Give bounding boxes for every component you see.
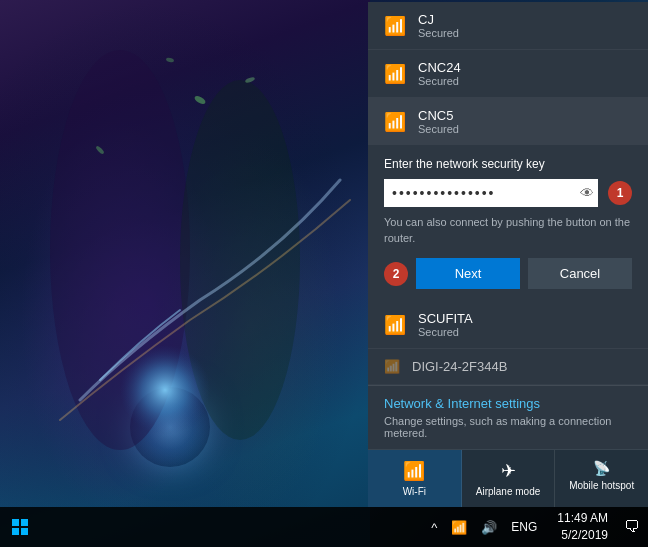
network-status-scufita: Secured <box>418 326 632 338</box>
svg-rect-9 <box>21 519 28 526</box>
wifi-icon-scufita: 📶 <box>384 314 406 336</box>
system-tray: ^ 📶 🔊 ENG <box>419 518 549 537</box>
tray-chevron[interactable]: ^ <box>427 518 441 537</box>
wifi-quick-icon: 📶 <box>403 460 425 482</box>
network-name-cnc5: CNC5 <box>418 108 632 123</box>
net-settings-desc: Change settings, such as making a connec… <box>384 415 632 439</box>
network-info-cnc24: CNC24 Secured <box>418 60 632 87</box>
time-display[interactable]: 11:49 AM 5/2/2019 <box>549 510 616 544</box>
wifi-icon-cj: 📶 <box>384 15 406 37</box>
notification-icon: 🗨 <box>624 518 640 536</box>
badge-1: 1 <box>608 181 632 205</box>
date-value: 5/2/2019 <box>557 527 608 544</box>
network-info-cnc5: CNC5 Secured <box>418 108 632 135</box>
network-name-digi: DIGI-24-2F344B <box>412 359 632 374</box>
svg-rect-8 <box>12 519 19 526</box>
network-name-cj: CJ <box>418 12 632 27</box>
push-button-text: You can also connect by pushing the butt… <box>384 215 632 246</box>
svg-rect-11 <box>21 528 28 535</box>
quick-action-airplane[interactable]: ✈ Airplane mode <box>462 450 556 507</box>
tray-lang[interactable]: ENG <box>507 520 541 534</box>
tray-network[interactable]: 📶 <box>447 518 471 537</box>
character-right <box>160 137 340 517</box>
badge-2: 2 <box>384 262 408 286</box>
network-status-cj: Secured <box>418 27 632 39</box>
network-item-cj[interactable]: 📶 CJ Secured <box>368 2 648 50</box>
network-item-scufita[interactable]: 📶 SCUFITA Secured <box>368 301 648 349</box>
network-name-scufita: SCUFITA <box>418 311 632 326</box>
network-item-cnc5: 📶 CNC5 Secured Enter the network securit… <box>368 98 648 301</box>
cnc5-header[interactable]: 📶 CNC5 Secured <box>368 98 648 145</box>
network-status-cnc5: Secured <box>418 123 632 135</box>
network-item-digi[interactable]: 📶 DIGI-24-2F344B <box>368 349 648 385</box>
eye-icon[interactable]: 👁 <box>580 185 594 201</box>
quick-action-mobile[interactable]: 📡 Mobile hotspot <box>555 450 648 507</box>
password-row: 👁 1 <box>384 179 632 207</box>
password-input[interactable] <box>384 179 598 207</box>
password-section: Enter the network security key 👁 1 You c… <box>368 145 648 301</box>
password-label: Enter the network security key <box>384 157 632 171</box>
network-info-scufita: SCUFITA Secured <box>418 311 632 338</box>
wifi-icon-digi: 📶 <box>384 359 400 374</box>
mobile-quick-icon: 📡 <box>593 460 610 476</box>
wifi-panel: 📶 CJ Secured 📶 CNC24 Secured 📶 CNC5 Secu… <box>368 2 648 507</box>
airplane-quick-label: Airplane mode <box>476 486 540 497</box>
net-settings-title[interactable]: Network & Internet settings <box>384 396 632 411</box>
net-settings-section[interactable]: Network & Internet settings Change setti… <box>368 386 648 449</box>
time-value: 11:49 AM <box>557 510 608 527</box>
airplane-quick-icon: ✈ <box>501 460 516 482</box>
network-info-cj: CJ Secured <box>418 12 632 39</box>
wifi-icon-cnc24: 📶 <box>384 63 406 85</box>
start-button[interactable] <box>0 507 40 547</box>
password-input-wrapper: 👁 <box>384 179 598 207</box>
notification-button[interactable]: 🗨 <box>616 511 648 543</box>
taskbar: ^ 📶 🔊 ENG 11:49 AM 5/2/2019 🗨 <box>0 507 648 547</box>
cancel-button[interactable]: Cancel <box>528 258 632 289</box>
network-status-cnc24: Secured <box>418 75 632 87</box>
button-row: 2 Next Cancel <box>384 258 632 289</box>
wifi-icon-cnc5: 📶 <box>384 111 406 133</box>
quick-action-wifi[interactable]: 📶 Wi-Fi <box>368 450 462 507</box>
quick-actions: 📶 Wi-Fi ✈ Airplane mode 📡 Mobile hotspot <box>368 449 648 507</box>
network-item-cnc24[interactable]: 📶 CNC24 Secured <box>368 50 648 98</box>
network-name-cnc24: CNC24 <box>418 60 632 75</box>
next-button[interactable]: Next <box>416 258 520 289</box>
mobile-quick-label: Mobile hotspot <box>569 480 634 491</box>
taskbar-left <box>0 507 419 547</box>
wifi-quick-label: Wi-Fi <box>403 486 426 497</box>
svg-rect-10 <box>12 528 19 535</box>
network-info-digi: DIGI-24-2F344B <box>412 359 632 374</box>
tray-volume[interactable]: 🔊 <box>477 518 501 537</box>
